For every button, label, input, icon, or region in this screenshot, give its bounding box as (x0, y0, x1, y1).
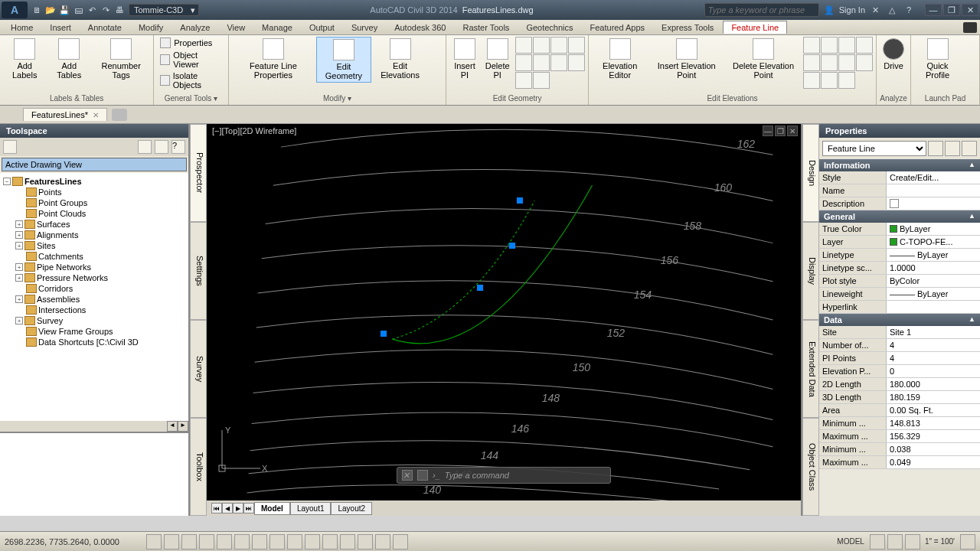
sb-menu-icon[interactable] (960, 534, 975, 549)
tab-insert[interactable]: Insert (42, 21, 79, 34)
cmd-close-icon[interactable]: ✕ (402, 470, 413, 481)
prop-name[interactable] (887, 184, 980, 197)
edit-geometry-button[interactable]: Edit Geometry (316, 37, 371, 83)
elev-tool-3-icon[interactable] (838, 37, 855, 54)
tab-view[interactable]: View (219, 21, 253, 34)
proptab-objclass[interactable]: Object Class (802, 418, 819, 516)
renumber-tags-button[interactable]: Renumber Tags (92, 37, 150, 81)
signin-icon[interactable]: 👤 (822, 3, 836, 17)
add-labels-button[interactable]: Add Labels (3, 37, 46, 81)
tab-output[interactable]: Output (302, 21, 342, 34)
delete-elev-point-button[interactable]: Delete Elevation Point (725, 37, 802, 81)
tab-manage[interactable]: Manage (254, 21, 300, 34)
fl-properties-button[interactable]: Feature Line Properties (232, 37, 315, 81)
sb-qp-icon[interactable] (358, 534, 373, 549)
print-icon[interactable]: 🖶 (113, 4, 126, 16)
quick-profile-button[interactable]: Quick Profile (914, 37, 961, 81)
selectobj-icon[interactable] (962, 141, 977, 156)
tree-node[interactable]: Point Clouds (2, 208, 187, 219)
tree-node[interactable]: Point Groups (2, 197, 187, 208)
elev-tool-5-icon[interactable] (803, 54, 820, 71)
drive-button[interactable]: Drive (880, 37, 907, 72)
geom-tool-5-icon[interactable] (515, 54, 532, 71)
view-dropdown[interactable]: Active Drawing View (2, 158, 187, 171)
sidetab-survey[interactable]: Survey (190, 320, 207, 418)
sign-in-link[interactable]: Sign In (839, 5, 865, 15)
tree-node[interactable]: +Surfaces (2, 219, 187, 230)
ts-tool-1-icon[interactable] (3, 140, 17, 154)
tree-node[interactable]: View Frame Groups (2, 326, 187, 337)
saveas-icon[interactable]: 🖴 (72, 4, 84, 16)
prop-lineweight[interactable]: ——— ByLayer (887, 288, 980, 300)
status-model[interactable]: MODEL (834, 537, 867, 546)
cat-information[interactable]: Information▲ (819, 159, 980, 171)
workspace-dropdown[interactable]: Tommie-C3D (129, 4, 199, 16)
layout-model[interactable]: Model (254, 502, 290, 515)
delete-pi-button[interactable]: Delete PI (482, 37, 514, 81)
tab-analyze[interactable]: Analyze (172, 21, 217, 34)
tree-node[interactable]: +Alignments (2, 230, 187, 240)
tab-autodesk360[interactable]: Autodesk 360 (387, 21, 453, 34)
selection-dropdown[interactable]: Feature Line (822, 141, 926, 156)
layout-2[interactable]: Layout2 (331, 502, 372, 515)
sb-lwt-icon[interactable] (322, 534, 338, 549)
sb-otrack-icon[interactable] (270, 534, 285, 549)
sb-grid2-icon[interactable] (870, 534, 885, 549)
tab-raster[interactable]: Raster Tools (455, 21, 517, 34)
redo-icon[interactable]: ↷ (100, 4, 112, 16)
minimize-icon[interactable]: — (925, 4, 942, 16)
geom-tool-1-icon[interactable] (515, 37, 532, 54)
elev-tool-1-icon[interactable] (803, 37, 820, 54)
exchange-icon[interactable]: ✕ (868, 3, 882, 17)
open-icon[interactable]: 📂 (44, 4, 57, 16)
pickadd-icon[interactable] (945, 141, 960, 156)
tab-featured[interactable]: Featured Apps (583, 21, 653, 34)
tab-survey[interactable]: Survey (344, 21, 385, 34)
sb-grid-icon[interactable] (181, 534, 197, 549)
elev-tool-4-icon[interactable] (856, 37, 873, 54)
new-icon[interactable]: 🗎 (31, 4, 43, 16)
maximize-icon[interactable]: ❐ (943, 4, 960, 16)
tree-node[interactable]: +Assemblies (2, 294, 187, 305)
geom-tool-8-icon[interactable] (568, 54, 585, 71)
ts-tool-2-icon[interactable] (138, 140, 152, 154)
isolate-button[interactable]: Isolate Objects (157, 70, 224, 90)
cat-data[interactable]: Data▲ (819, 314, 980, 326)
elev-tool-6-icon[interactable] (821, 54, 838, 71)
sidetab-prospector[interactable]: Prospector (190, 124, 207, 222)
command-line[interactable]: ✕ ›_Type a command (397, 467, 611, 484)
prop-ltscale[interactable]: 1.0000 (887, 262, 980, 274)
prop-desc[interactable] (887, 197, 980, 210)
panel-modify[interactable]: Modify ▾ (232, 93, 443, 103)
a360-icon[interactable]: △ (885, 3, 899, 17)
cmd-config-icon[interactable] (417, 470, 428, 481)
sb-infer-icon[interactable] (146, 534, 162, 549)
tab-annotate[interactable]: Annotate (80, 21, 129, 34)
tree-node[interactable]: Catchments (2, 251, 187, 262)
object-viewer-button[interactable]: Object Viewer (157, 50, 224, 70)
prop-truecolor[interactable]: ByLayer (887, 223, 980, 235)
app-logo[interactable]: A (2, 2, 28, 18)
geom-tool-7-icon[interactable] (550, 54, 567, 71)
tree-node[interactable]: Corridors (2, 283, 187, 294)
layout-next-icon[interactable]: ▶ (233, 503, 243, 514)
geom-tool-6-icon[interactable] (533, 54, 550, 71)
prop-site[interactable]: Site 1 (887, 326, 980, 338)
tab-feature-line[interactable]: Feature Line (723, 21, 787, 34)
prop-plotstyle[interactable]: ByColor (887, 275, 980, 287)
doc-overflow-icon[interactable] (112, 109, 127, 121)
tab-express[interactable]: Express Tools (654, 21, 721, 34)
sb-am-icon[interactable] (393, 534, 408, 549)
undo-icon[interactable]: ↶ (86, 4, 98, 16)
tree-node[interactable]: Points (2, 187, 187, 197)
grip-1[interactable] (517, 197, 523, 204)
geom-tool-4-icon[interactable] (568, 37, 585, 54)
prop-linetype[interactable]: ——— ByLayer (887, 249, 980, 261)
sb-ortho-icon[interactable] (199, 534, 214, 549)
geom-tool-2-icon[interactable] (533, 37, 550, 54)
add-tables-button[interactable]: Add Tables (47, 37, 90, 81)
geom-tool-10-icon[interactable] (533, 72, 550, 89)
insert-pi-button[interactable]: Insert PI (449, 37, 479, 81)
tab-modify[interactable]: Modify (131, 21, 171, 34)
layout-prev-icon[interactable]: ◀ (222, 503, 233, 514)
